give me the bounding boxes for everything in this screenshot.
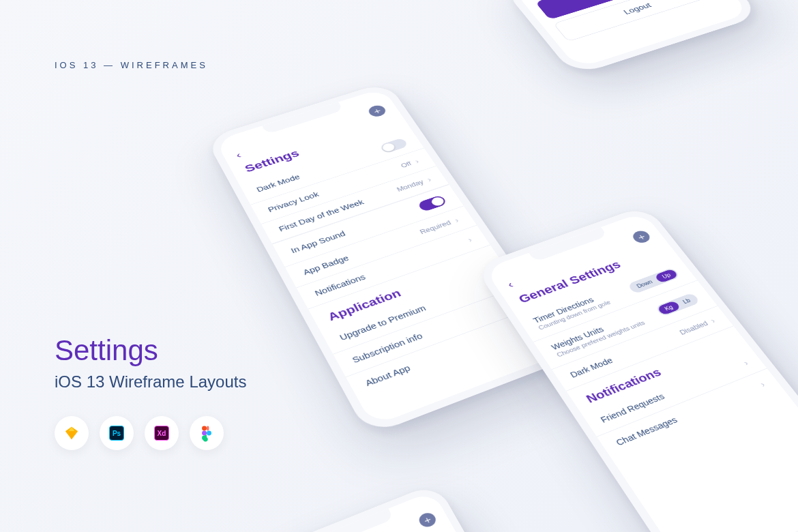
row-value: Disabled bbox=[678, 320, 709, 336]
toggle-dark-mode[interactable] bbox=[379, 138, 409, 154]
chevron-right-icon: › bbox=[413, 158, 420, 165]
chevron-right-icon: › bbox=[453, 216, 460, 224]
segment-weights[interactable]: Kg Lb bbox=[655, 292, 700, 316]
chevron-right-icon: › bbox=[426, 176, 433, 183]
row-value: Required bbox=[419, 219, 453, 235]
chevron-right-icon: › bbox=[741, 359, 750, 368]
add-icon[interactable]: ＋ bbox=[366, 104, 388, 118]
back-icon[interactable]: ‹ bbox=[234, 150, 243, 160]
chevron-right-icon: › bbox=[758, 380, 767, 389]
row-value: Monday bbox=[396, 179, 425, 193]
add-icon[interactable]: ＋ bbox=[630, 229, 653, 245]
toggle-in-app-sound[interactable] bbox=[417, 194, 448, 212]
back-icon[interactable]: ‹ bbox=[505, 279, 515, 291]
phone-reset-logout: Reset Settings Logout bbox=[502, 0, 762, 76]
row-value: Off bbox=[400, 160, 413, 169]
chevron-right-icon: › bbox=[466, 236, 473, 244]
add-icon[interactable]: ＋ bbox=[417, 511, 439, 529]
phone-settings-partial: ‹ ＋ Settings games are live bbox=[256, 483, 635, 532]
chevron-right-icon: › bbox=[709, 316, 717, 325]
